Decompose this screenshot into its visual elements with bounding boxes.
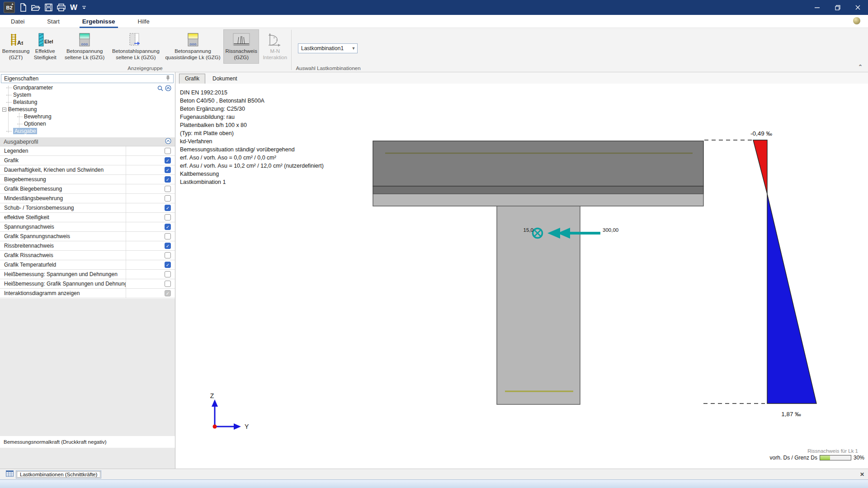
ribbon-button-rissnachweis-gzg[interactable]: Rissnachweis(GZG) — [223, 29, 259, 64]
list-item-rissbreitennachweis[interactable]: Rissbreitennachweis — [0, 241, 175, 251]
list-item-grafik-temperaturfeld[interactable]: Grafik Temperaturfeld — [0, 260, 175, 270]
ribbon-button-betonspannung-quasistaendige[interactable]: Betonspannungquasiständige Lk (GZG) — [163, 29, 222, 64]
titlebar: B2 + W — [0, 0, 868, 15]
ausgabeprofil-header: Ausgabeprofil — [0, 137, 175, 146]
print-icon[interactable] — [57, 4, 66, 11]
axis-y-label: Y — [245, 423, 249, 430]
status-bar — [0, 479, 868, 488]
lastkombination-select[interactable]: Lastkombination1 ▼ — [298, 43, 358, 53]
list-item-grafik[interactable]: Grafik — [0, 156, 175, 165]
ribbon-button-effektive-steifigkeit[interactable]: EIef EffektiveSteifigkeit — [30, 29, 60, 64]
section-collapse-icon[interactable] — [165, 138, 171, 145]
list-item-effektive-steifigkeit[interactable]: effektive Steifigkeit — [0, 213, 175, 222]
checkbox-mindestlaengsbewehrung[interactable] — [165, 195, 171, 202]
ausgabeprofil-header-label: Ausgabeprofil — [4, 139, 38, 145]
checkbox-rissbreitennachweis[interactable] — [165, 243, 171, 249]
pin-icon[interactable] — [165, 75, 170, 82]
open-folder-icon[interactable] — [31, 4, 40, 11]
bottom-tab-lastkombinationen[interactable]: Lastkombinationen (Schnittkräfte) — [16, 470, 101, 479]
legend-label: vorh. Ds / Grenz Ds — [770, 455, 817, 461]
menu-tab-datei[interactable]: Datei — [9, 16, 26, 27]
app-badge-sup: + — [11, 2, 14, 6]
mn-interaktion-icon — [267, 32, 283, 48]
tree-item-bewehrung[interactable]: Bewehrung — [0, 113, 175, 120]
checkbox-heissbemessung-spannungen[interactable] — [165, 271, 171, 277]
table-icon — [6, 470, 14, 479]
betonspannung-seltene-icon — [79, 32, 90, 48]
help-icon[interactable] — [853, 17, 860, 24]
app-icon[interactable]: B2 + — [4, 2, 15, 13]
tree-item-ausgabe[interactable]: Ausgabe — [0, 127, 175, 135]
list-item-spannungsnachweis[interactable]: Spannungsnachweis — [0, 222, 175, 232]
bemessung-gzt-icon: As — [9, 32, 23, 48]
minimize-button[interactable] — [807, 0, 827, 15]
ribbon-button-mn-interaktion[interactable]: M-NInteraktion — [260, 29, 290, 64]
checkbox-schub-torsionsbemessung[interactable] — [165, 205, 171, 211]
bottom-tab-bar: Lastkombinationen (Schnittkräfte) ✕ — [0, 469, 868, 479]
close-button[interactable] — [848, 0, 868, 15]
steifigkeit-icon-text: EIef — [44, 39, 53, 44]
save-icon[interactable] — [45, 4, 52, 11]
ribbon-group-lastkombinationen: Lastkombination1 ▼ Auswahl Lastkombinati… — [292, 28, 365, 72]
tree-item-system[interactable]: System — [0, 91, 175, 99]
list-item-legenden[interactable]: Legenden — [0, 146, 175, 156]
menu-tab-start[interactable]: Start — [45, 16, 61, 27]
search-icon[interactable] — [157, 85, 163, 93]
list-item-dauerhaftigkeit[interactable]: Dauerhaftigkeit, Kriechen und Schwinden — [0, 165, 175, 175]
ribbon-group2-label: Auswahl Lastkombinationen — [292, 66, 365, 71]
checkbox-dauerhaftigkeit[interactable] — [165, 167, 171, 173]
checkbox-grafik-rissnachweis[interactable] — [165, 252, 171, 258]
ribbon-collapse-icon[interactable]: ⌃ — [858, 64, 863, 70]
main-area: Grafik Dokument DIN EN 1992:2015 Beton C… — [175, 72, 868, 469]
checkbox-effektive-steifigkeit[interactable] — [165, 214, 171, 221]
checkbox-spannungsnachweis[interactable] — [165, 224, 171, 230]
axis-z-label: Z — [210, 392, 214, 399]
checkbox-heissbemessung-grafik[interactable] — [165, 281, 171, 287]
cross-section-drawing: 15,0 300,00 -0,49 ‰ 1,87 ‰ Z Y — [175, 72, 868, 469]
tree-item-optionen[interactable]: Optionen — [0, 120, 175, 127]
checkbox-grafik-spannungsnachweis[interactable] — [165, 233, 171, 239]
ribbon-button-betonstahlspannung-seltene[interactable]: Betonstahlspannungseltene Lk (GZG) — [109, 29, 162, 64]
panel-status-text: Bemessungsnormalkraft (Druckkraft negati… — [0, 436, 175, 448]
list-item-grafik-spannungsnachweis[interactable]: Grafik Spannungsnachweis — [0, 232, 175, 241]
menu-tab-ergebnisse[interactable]: Ergebnisse — [80, 16, 117, 27]
beam-web — [497, 194, 580, 404]
menu-tab-hilfe[interactable]: Hilfe — [136, 16, 151, 27]
checkbox-biegebemessung[interactable] — [165, 176, 171, 183]
beam-topping-layer — [373, 194, 703, 206]
list-item-interaktionsdiagramm[interactable]: Interaktionsdiagramm anzeigen — [0, 289, 175, 298]
beam-flange-strip — [373, 186, 703, 194]
restore-button[interactable] — [827, 0, 848, 15]
collapse-expander-icon[interactable]: − — [2, 108, 6, 112]
word-export-icon[interactable]: W — [70, 3, 77, 12]
checkbox-interaktionsdiagramm[interactable] — [165, 290, 171, 296]
bottom-close-icon[interactable]: ✕ — [860, 471, 864, 478]
list-item-schub-torsionsbemessung[interactable]: Schub- / Torsionsbemessung — [0, 203, 175, 213]
ribbon-button-bemessung-gzt[interactable]: As Bemessung(GZT) — [2, 29, 29, 64]
checkbox-grafik-temperaturfeld[interactable] — [165, 262, 171, 268]
tree-item-bemessung[interactable]: −Bemessung — [0, 106, 175, 113]
beam-flange — [373, 141, 703, 186]
tree-item-belastung[interactable]: Belastung — [0, 99, 175, 106]
list-item-heissbemessung-grafik[interactable]: Heißbemessung: Grafik Spannungen und Deh… — [0, 279, 175, 289]
quick-access-caret-icon[interactable] — [82, 6, 86, 9]
strain-bottom-label: 1,87 ‰ — [781, 411, 801, 418]
list-item-grafik-biegebemessung[interactable]: Grafik Biegebemessung — [0, 184, 175, 194]
collapse-all-icon[interactable] — [165, 85, 171, 93]
list-item-grafik-rissnachweis[interactable]: Grafik Rissnachweis — [0, 251, 175, 260]
ausgabeprofil-list: Legenden Grafik Dauerhaftigkeit, Krieche… — [0, 146, 175, 298]
strain-top-label: -0,49 ‰ — [750, 130, 773, 137]
utilization-bar-fill — [820, 455, 830, 460]
tree-item-grundparameter[interactable]: Grundparameter — [0, 84, 175, 91]
properties-tree: Grundparameter System Belastung −Bemessu… — [0, 84, 175, 135]
combo-caret-icon: ▼ — [350, 46, 357, 51]
list-item-biegebemessung[interactable]: Biegebemessung — [0, 175, 175, 184]
checkbox-grafik-biegebemessung[interactable] — [165, 186, 171, 192]
new-document-icon[interactable] — [19, 3, 27, 12]
ribbon-button-betonspannung-seltene[interactable]: Betonspannungseltene Lk (GZG) — [61, 29, 108, 64]
checkbox-legenden[interactable] — [165, 148, 171, 154]
list-item-heissbemessung-spannungen[interactable]: Heißbemessung: Spannungen und Dehnungen — [0, 270, 175, 279]
menubar: Datei Start Ergebnisse Hilfe — [0, 15, 868, 28]
list-item-mindestlaengsbewehrung[interactable]: Mindestlängsbewehrung — [0, 194, 175, 203]
checkbox-grafik[interactable] — [165, 157, 171, 164]
